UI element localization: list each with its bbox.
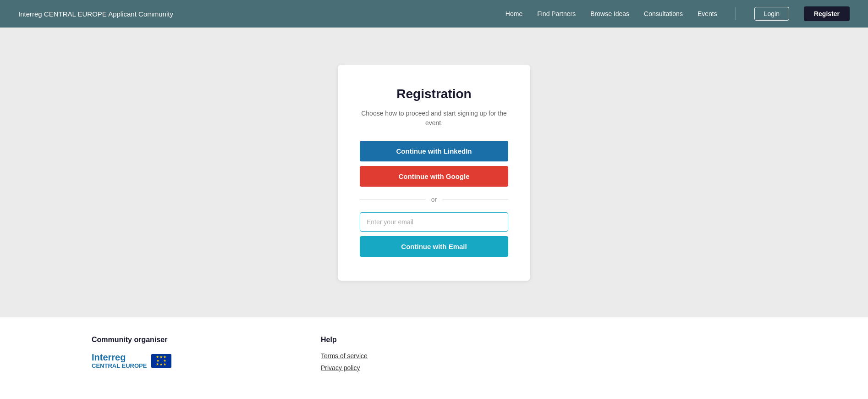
registration-card: Registration Choose how to proceed and s… xyxy=(338,65,530,281)
email-input[interactable] xyxy=(360,212,508,232)
header: Interreg CENTRAL EUROPE Applicant Commun… xyxy=(0,0,868,28)
privacy-policy-link[interactable]: Privacy policy xyxy=(321,364,412,371)
eu-flag-stars: ★★★★ ★★★★ xyxy=(156,355,167,366)
nav-divider xyxy=(736,7,736,20)
footer-help-title: Help xyxy=(321,336,412,344)
divider-or: or xyxy=(360,196,508,203)
nav-home[interactable]: Home xyxy=(505,10,522,17)
card-subtitle: Choose how to proceed and start signing … xyxy=(360,109,508,128)
terms-of-service-link[interactable]: Terms of service xyxy=(321,352,412,360)
eu-flag: ★★★★ ★★★★ xyxy=(151,354,171,368)
card-title: Registration xyxy=(360,87,508,101)
register-button[interactable]: Register xyxy=(804,6,850,21)
nav-events[interactable]: Events xyxy=(698,10,717,17)
email-button[interactable]: Continue with Email xyxy=(360,236,508,257)
main-nav: Home Find Partners Browse Ideas Consulta… xyxy=(505,6,850,21)
nav-find-partners[interactable]: Find Partners xyxy=(537,10,576,17)
login-button[interactable]: Login xyxy=(754,7,789,21)
footer: Community organiser Interreg CENTRAL EUR… xyxy=(0,317,868,399)
interreg-text: Interreg CENTRAL EUROPE xyxy=(92,352,147,369)
interreg-logo: Interreg CENTRAL EUROPE ★★★★ ★★★★ xyxy=(92,352,183,369)
brand-title: Interreg CENTRAL EUROPE Applicant Commun… xyxy=(18,10,173,18)
interreg-sub: CENTRAL EUROPE xyxy=(92,362,147,369)
divider-text: or xyxy=(431,196,437,203)
interreg-brand: Interreg xyxy=(92,352,147,362)
nav-browse-ideas[interactable]: Browse Ideas xyxy=(590,10,629,17)
google-button[interactable]: Continue with Google xyxy=(360,166,508,187)
divider-line-left xyxy=(360,199,426,200)
linkedin-button[interactable]: Continue with LinkedIn xyxy=(360,141,508,161)
nav-consultations[interactable]: Consultations xyxy=(644,10,683,17)
footer-organiser-title: Community organiser xyxy=(92,336,183,344)
footer-organiser-section: Community organiser Interreg CENTRAL EUR… xyxy=(92,336,183,376)
main-content: Registration Choose how to proceed and s… xyxy=(0,28,868,317)
divider-line-right xyxy=(442,199,508,200)
footer-help-section: Help Terms of service Privacy policy xyxy=(321,336,412,376)
